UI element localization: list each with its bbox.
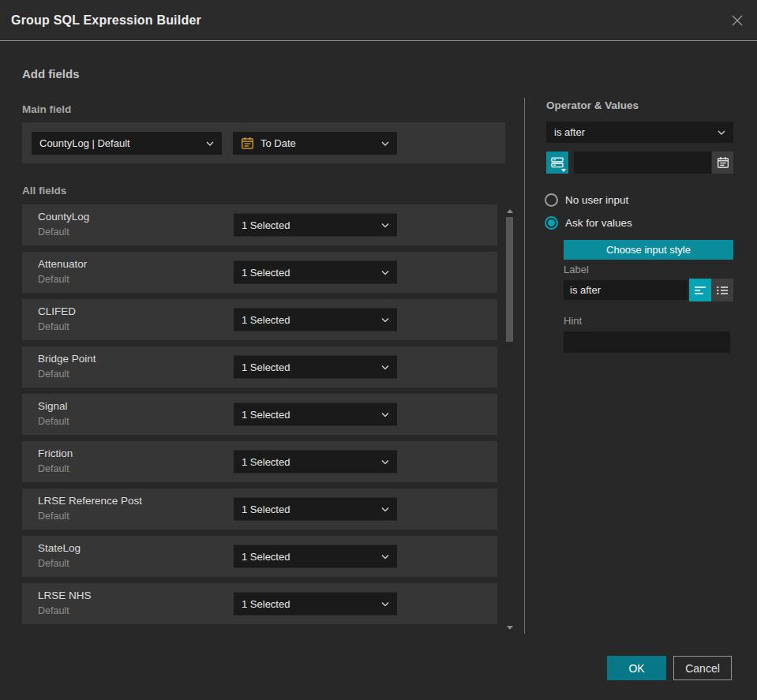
text-input-style-button[interactable]	[689, 279, 711, 301]
date-type-select-value: To Date	[260, 137, 375, 149]
close-icon[interactable]	[727, 10, 748, 31]
dialog-header: Group SQL Expression Builder	[0, 0, 757, 41]
field-values-select-value: 1 Selected	[242, 267, 381, 279]
all-fields-list: CountyLog Default 1 Selected Attenuator …	[22, 204, 497, 631]
list-item: Attenuator Default 1 Selected	[22, 252, 497, 293]
field-values-select[interactable]: 1 Selected	[234, 403, 397, 426]
chevron-down-icon	[381, 365, 389, 369]
radio-ask-for-values[interactable]: Ask for values	[545, 216, 632, 230]
field-name: StateLog	[38, 542, 81, 554]
label-input[interactable]	[564, 280, 688, 300]
list-item: LRSE Reference Post Default 1 Selected	[22, 489, 497, 530]
chevron-down-icon	[206, 141, 214, 146]
radio-selected-icon	[545, 216, 558, 230]
operator-select[interactable]: is after	[546, 122, 733, 143]
radio-label: No user input	[565, 194, 628, 206]
value-type-button[interactable]	[546, 152, 568, 174]
ok-button[interactable]: OK	[607, 656, 666, 680]
chevron-down-icon	[381, 141, 389, 146]
field-name: CountyLog	[38, 211, 89, 223]
list-item: Bridge Point Default 1 Selected	[22, 346, 497, 387]
list-item: Friction Default 1 Selected	[22, 441, 497, 482]
group-sql-expression-builder-dialog: Group SQL Expression Builder Add fields …	[0, 0, 757, 700]
scrollbar[interactable]	[505, 204, 515, 634]
field-subtitle: Default	[38, 274, 87, 285]
field-info: CLIFED Default	[38, 305, 76, 332]
field-subtitle: Default	[38, 321, 76, 332]
add-fields-heading: Add fields	[22, 67, 80, 80]
field-subtitle: Default	[38, 511, 142, 522]
field-values-select[interactable]: 1 Selected	[234, 309, 397, 331]
field-subtitle: Default	[38, 416, 69, 427]
calendar-icon	[717, 156, 729, 169]
vertical-divider	[524, 98, 525, 634]
field-name: Signal	[38, 400, 69, 412]
field-values-select[interactable]: 1 Selected	[234, 451, 397, 474]
field-values-select[interactable]: 1 Selected	[234, 214, 397, 237]
field-values-select[interactable]: 1 Selected	[234, 498, 397, 521]
field-info: StateLog Default	[38, 542, 81, 569]
operator-select-value: is after	[554, 126, 718, 138]
scroll-down-arrow-icon[interactable]	[507, 626, 513, 630]
radio-no-user-input[interactable]: No user input	[545, 193, 628, 207]
field-values-select-value: 1 Selected	[242, 361, 381, 373]
chevron-down-icon	[381, 223, 389, 227]
field-values-select-value: 1 Selected	[242, 456, 381, 468]
chevron-down-icon	[381, 412, 389, 417]
main-field-select-value: CountyLog | Default	[39, 137, 206, 149]
field-name: LRSE Reference Post	[38, 495, 142, 507]
field-values-select[interactable]: 1 Selected	[234, 356, 397, 379]
field-values-select-value: 1 Selected	[242, 219, 381, 231]
field-name: Attenuator	[38, 258, 87, 270]
list-item: CountyLog Default 1 Selected	[22, 204, 497, 245]
scroll-up-arrow-icon[interactable]	[507, 209, 513, 213]
field-name: Friction	[38, 447, 73, 459]
hint-input[interactable]	[564, 331, 730, 353]
field-info: Signal Default	[38, 400, 69, 427]
list-item: CLIFED Default 1 Selected	[22, 299, 497, 340]
field-info: CountyLog Default	[38, 211, 89, 238]
chevron-down-icon	[381, 459, 389, 464]
align-left-icon	[694, 285, 706, 296]
cancel-button[interactable]: Cancel	[673, 656, 732, 680]
field-values-select-value: 1 Selected	[242, 551, 381, 563]
operator-values-heading: Operator & Values	[546, 99, 639, 111]
radio-icon	[545, 193, 558, 207]
field-values-select-value: 1 Selected	[242, 503, 381, 515]
field-values-select[interactable]: 1 Selected	[234, 593, 397, 616]
field-name: CLIFED	[38, 305, 76, 317]
chevron-down-icon	[718, 130, 725, 135]
field-subtitle: Default	[38, 369, 96, 380]
field-info: LRSE Reference Post Default	[38, 495, 142, 522]
dialog-title: Group SQL Expression Builder	[11, 13, 201, 28]
chevron-down-icon	[381, 317, 389, 322]
date-type-select[interactable]: To Date	[233, 132, 397, 155]
chevron-down-icon	[381, 601, 389, 606]
list-item: LRSE NHS Default 1 Selected	[22, 583, 497, 624]
date-picker-button[interactable]	[712, 152, 733, 174]
field-subtitle: Default	[38, 463, 73, 474]
radio-label: Ask for values	[565, 217, 632, 229]
main-field-select[interactable]: CountyLog | Default	[32, 132, 222, 155]
chevron-down-icon	[381, 507, 389, 511]
choose-input-style-button[interactable]: Choose input style	[564, 240, 733, 260]
main-field-heading: Main field	[22, 103, 71, 115]
field-info: Friction Default	[38, 447, 73, 474]
field-subtitle: Default	[38, 226, 89, 238]
list-item: Signal Default 1 Selected	[22, 394, 497, 435]
field-values-select[interactable]: 1 Selected	[234, 261, 397, 284]
field-values-select-value: 1 Selected	[242, 409, 381, 421]
all-fields-heading: All fields	[22, 185, 66, 197]
field-info: Attenuator Default	[38, 258, 87, 285]
list-input-style-button[interactable]	[711, 279, 733, 301]
hint-caption: Hint	[564, 315, 582, 327]
chevron-down-icon	[561, 169, 566, 172]
list-item: StateLog Default 1 Selected	[22, 536, 497, 577]
value-input[interactable]	[574, 152, 711, 174]
field-info: Bridge Point Default	[38, 353, 96, 380]
scrollbar-thumb[interactable]	[506, 217, 513, 342]
calendar-icon	[241, 137, 254, 150]
field-values-select[interactable]: 1 Selected	[234, 545, 397, 568]
field-values-select-value: 1 Selected	[242, 598, 381, 610]
field-subtitle: Default	[38, 558, 81, 569]
